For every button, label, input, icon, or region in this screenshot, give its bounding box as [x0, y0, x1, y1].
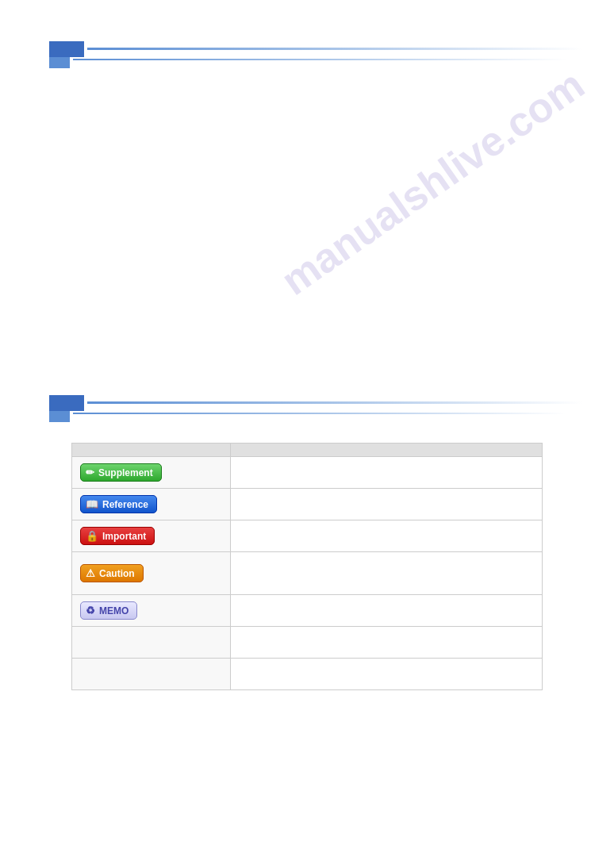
important-label: Important [102, 531, 146, 542]
watermark-text: manualshlive.com [273, 60, 593, 305]
table-row [72, 659, 543, 690]
header-line-secondary-2 [73, 413, 566, 414]
badge-reference: 📖 Reference [80, 495, 157, 513]
supplement-description [231, 457, 543, 489]
reference-label: Reference [102, 499, 148, 510]
important-description [231, 520, 543, 552]
header-blue-block-small-2 [49, 411, 70, 422]
legend-table-section: ✏ Supplement 📖 Reference [71, 443, 543, 690]
header-blue-block-1 [49, 41, 84, 57]
supplement-label: Supplement [98, 467, 153, 478]
col2-header [231, 444, 543, 457]
badge-important: 🔒 Important [80, 527, 155, 545]
memo-icon: ♻ [86, 605, 95, 616]
caution-icon: ⚠ [86, 567, 95, 579]
important-icon: 🔒 [86, 530, 98, 542]
table-row: ♻ MEMO [72, 595, 543, 627]
reference-icon: 📖 [86, 498, 98, 510]
reference-description [231, 489, 543, 520]
badge-supplement: ✏ Supplement [80, 463, 162, 482]
legend-table: ✏ Supplement 📖 Reference [71, 443, 543, 690]
badge-cell-memo: ♻ MEMO [72, 595, 231, 627]
header-line-main-1 [87, 48, 582, 50]
badge-cell-supplement: ✏ Supplement [72, 457, 231, 489]
header-line-secondary-1 [73, 59, 566, 60]
badge-cell-reference: 📖 Reference [72, 489, 231, 520]
empty-desc-7 [231, 659, 543, 690]
table-row: ✏ Supplement [72, 457, 543, 489]
empty-cell-7 [72, 659, 231, 690]
empty-desc-6 [231, 627, 543, 659]
caution-label: Caution [99, 568, 135, 579]
badge-caution: ⚠ Caution [80, 564, 144, 582]
badge-memo: ♻ MEMO [80, 601, 137, 620]
badge-cell-important: 🔒 Important [72, 520, 231, 552]
col1-header [72, 444, 231, 457]
badge-cell-caution: ⚠ Caution [72, 552, 231, 595]
memo-label: MEMO [99, 605, 129, 616]
header-blue-block-2 [49, 395, 84, 411]
header-blue-block-small-1 [49, 57, 70, 68]
empty-cell-6 [72, 627, 231, 659]
header-line-main-2 [87, 401, 582, 404]
table-row: 🔒 Important [72, 520, 543, 552]
table-header-row [72, 444, 543, 457]
caution-description [231, 552, 543, 595]
table-row [72, 627, 543, 659]
table-row: ⚠ Caution [72, 552, 543, 595]
memo-description [231, 595, 543, 627]
supplement-icon: ✏ [86, 467, 94, 478]
table-row: 📖 Reference [72, 489, 543, 520]
